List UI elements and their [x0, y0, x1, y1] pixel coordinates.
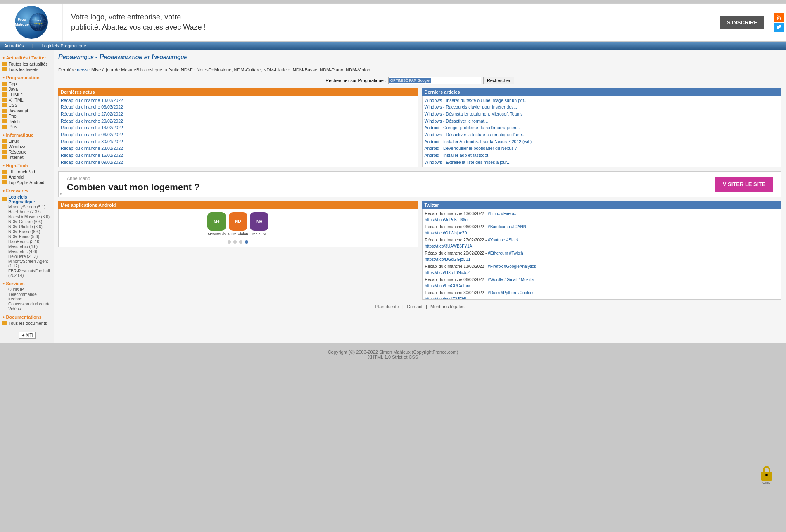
carousel-dot[interactable] [233, 240, 237, 244]
sidebar-item-css[interactable]: CSS [2, 103, 52, 108]
sidebar-item-hp-touchpad[interactable]: HP TouchPad [2, 169, 52, 174]
tweet-tag[interactable]: #Wordle [488, 277, 503, 282]
sidebar-item-minority-screen[interactable]: MinorityScreen (5.1) [8, 205, 52, 209]
box-left-item[interactable]: Récap' du dimanche 16/01/2022 [61, 152, 416, 159]
sidebar-item-windows[interactable]: Windows [2, 144, 52, 149]
tweet-link[interactable]: https://t.co/3UAWB6FY1A [425, 244, 473, 248]
sidebar-item-notesdemusique[interactable]: NotesDeMusique (6.6) [8, 215, 52, 219]
box-right-item[interactable]: Android - Déverrouiller le bootloader du… [425, 145, 779, 152]
sidebar-item-telecommande[interactable]: Télécommande freebox [8, 292, 52, 301]
sidebar-item-toutes-actualites[interactable]: Toutes les actualités [2, 61, 52, 66]
box-right-item[interactable]: Windows - Désactiver le format... [425, 118, 779, 125]
tweet-tag[interactable]: #Firefox [500, 211, 516, 216]
box-right-item[interactable]: Windows - Désactiver la lecture automati… [425, 131, 779, 138]
rss-icon[interactable] [774, 13, 784, 22]
site-logo[interactable]: Prog Matique [15, 6, 48, 39]
mid-ad-close[interactable]: ✕ [59, 192, 63, 196]
sidebar-item-helolivre[interactable]: HeloLivre (2.13) [8, 254, 52, 259]
box-left-item[interactable]: Récap' du dimanche 13/02/2022 [61, 124, 416, 131]
tweet-tag[interactable]: #Mozilla [518, 277, 534, 282]
box-right-item[interactable]: Android - Corriger problème du redémarra… [425, 124, 779, 131]
sidebar-item-ndm-basse[interactable]: NDM-Basse (6.6) [8, 229, 52, 234]
tweet-link[interactable]: https://t.co/lJGdGGjzC31 [425, 257, 471, 262]
box-left-item[interactable]: Récap' du dimanche 09/01/2022 [61, 159, 416, 166]
tweet-tag[interactable]: #GoogleAnalytics [503, 264, 536, 269]
sidebar-item-plus-prog[interactable]: Plus... [2, 124, 52, 129]
tweet-link[interactable]: https://t.co/O1Wbjae70 [425, 231, 467, 235]
app-item[interactable]: MeMesureBib [207, 212, 226, 236]
sidebar-item-hajoreduc[interactable]: HajoReduc (3.10) [8, 239, 52, 244]
sidebar-item-linux[interactable]: Linux [2, 139, 52, 144]
sidebar-item-cpp[interactable]: Cpp [2, 81, 52, 86]
sidebar-item-ndm-ukulele[interactable]: NDM-Ukulele (6.6) [8, 225, 52, 229]
sidebar-item-php[interactable]: Php [2, 113, 52, 118]
tweet-link[interactable]: https://t.co/sevjZ2JFblI [425, 297, 466, 300]
sidebar-item-javascript[interactable]: Javascript [2, 108, 52, 113]
sidebar-item-tous-documents[interactable]: Tous les documents [2, 321, 52, 326]
sidebar-item-conversion-url[interactable]: Conversion d'url courte [8, 302, 52, 306]
tweet-link[interactable]: https://t.co/HXoT6NuJcZ [425, 270, 470, 275]
box-left-item[interactable]: Récap' du dimanche 13/03/2022 [61, 97, 416, 104]
tweet-tag[interactable]: #Slack [505, 238, 519, 242]
box-left-item[interactable]: Récap' du dimanche 06/03/2022 [61, 104, 416, 111]
tweet-tag[interactable]: #Ethereum [488, 251, 508, 255]
box-left-item[interactable]: Récap' du dimanche 30/01/2022 [61, 138, 416, 145]
sidebar-item-hatephone[interactable]: HatePhone (2.37) [8, 210, 52, 214]
search-button[interactable]: Rechercher [483, 77, 514, 84]
sidebar-item-videos[interactable]: Vidéos [8, 307, 52, 311]
box-left-item[interactable]: Récap' du dimanche 27/02/2022 [61, 111, 416, 118]
box-right-item[interactable]: Windows - Désinstaller totalement Micros… [425, 111, 779, 118]
tweet-tag[interactable]: #Linux [488, 211, 500, 216]
sidebar-item-mesurebib[interactable]: MesureBib (4.6) [8, 244, 52, 249]
carousel-dot[interactable] [228, 240, 231, 244]
sidebar-item-reseaux[interactable]: Réseaux [2, 149, 52, 154]
sidebar-item-batch[interactable]: Batch [2, 119, 52, 124]
carousel-dot[interactable] [239, 240, 242, 244]
tweet-tag[interactable]: #Youtube [488, 238, 505, 242]
box-right-item[interactable]: Windows - Insérer du texte ou une image … [425, 97, 779, 104]
box-right-item[interactable]: Windows - Extraire la liste des mises à … [425, 159, 779, 166]
sidebar-item-ndm-piano[interactable]: NDM-Piano (5.6) [8, 234, 52, 239]
tweet-tag[interactable]: #ICANN [510, 225, 526, 229]
mid-ad-button[interactable]: VISITER LE SITE [715, 177, 773, 192]
tweet-tag[interactable]: #Bandcamp [488, 225, 510, 229]
sidebar-item-xhtml[interactable]: XHTML [2, 97, 52, 102]
tweet-tag[interactable]: #Cookies [516, 291, 534, 295]
footer-link[interactable]: Contact [407, 304, 423, 309]
sidebar-item-outils-ip[interactable]: Outils IP [8, 287, 52, 292]
box-right-item[interactable]: Windows - Raccourcis clavier pour insére… [425, 104, 779, 111]
box-left-item[interactable]: Récap' du dimanche 23/01/2022 [61, 145, 416, 152]
sidebar-item-android[interactable]: Android [2, 175, 52, 180]
twitter-icon[interactable] [774, 23, 784, 32]
box-right-item[interactable]: Android - Installer Android 5.1 sur la N… [425, 138, 779, 145]
nav-actualites[interactable]: Actualités [4, 43, 24, 48]
search-input[interactable] [431, 77, 481, 84]
tweet-link[interactable]: https://t.co/FmCUCa1arx [425, 284, 470, 288]
sidebar-item-internet[interactable]: Internet [2, 155, 52, 160]
sidebar-item-mesureinc[interactable]: MesureInc (4.6) [8, 249, 52, 254]
ad-signup-button[interactable]: S'INSCRIRE [720, 16, 764, 29]
app-item[interactable]: MeMeloLivr [250, 212, 268, 236]
nav-logiciels[interactable]: Logiciels Progmatique [42, 43, 86, 48]
tweet-tag[interactable]: #Firefox [488, 264, 503, 269]
sidebar-item-top-applis-android[interactable]: Top Applis Android [2, 180, 52, 185]
tweet-link[interactable]: https://t.co/JePsKTt66o [425, 218, 468, 222]
footer-link[interactable]: Mentions légales [430, 304, 465, 309]
app-item[interactable]: NDNDM-Violon [228, 212, 248, 236]
tweet-tag[interactable]: #Diem [488, 291, 500, 295]
sidebar-item-logiciels-progmatique[interactable]: Logiciels Progmatique [2, 194, 52, 204]
sidebar-item-java[interactable]: Java [2, 87, 52, 92]
box-right-item[interactable]: Android - Installer adb et fastboot [425, 152, 779, 159]
tweet-tag[interactable]: #Gmail [503, 277, 517, 282]
tweet-tag[interactable]: #Python [500, 291, 516, 295]
sidebar-item-html4[interactable]: HTML4 [2, 92, 52, 97]
sidebar-item-fbr[interactable]: FBR-ResultatsFootball (2020.4) [8, 269, 52, 278]
tweet-tag[interactable]: #Twitch [508, 251, 523, 255]
sidebar-item-ndm-guitare[interactable]: NDM-Guitare (6.6) [8, 220, 52, 224]
sidebar-item-minority-screen-agent[interactable]: MinorityScreen-Agent (1.12) [8, 259, 52, 268]
sidebar-item-tous-tweets[interactable]: Tous les tweets [2, 67, 52, 72]
footer-link[interactable]: Plan du site [375, 304, 399, 309]
carousel-dot[interactable] [245, 240, 248, 244]
box-left-item[interactable]: Récap' du dimanche 20/02/2022 [61, 118, 416, 125]
box-left-item[interactable]: Récap' du dimanche 06/02/2022 [61, 131, 416, 138]
